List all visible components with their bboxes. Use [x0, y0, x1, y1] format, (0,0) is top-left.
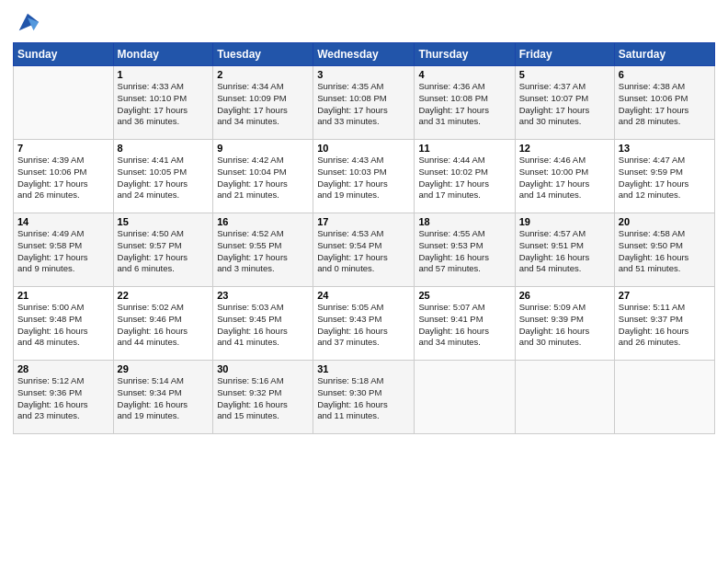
weekday-header-friday: Friday: [515, 43, 614, 66]
calendar-cell: 9Sunrise: 4:42 AMSunset: 10:04 PMDayligh…: [213, 140, 313, 213]
day-number: 9: [217, 143, 309, 154]
calendar-cell: 18Sunrise: 4:55 AMSunset: 9:53 PMDayligh…: [415, 213, 515, 287]
day-info: Sunrise: 5:16 AMSunset: 9:32 PMDaylight:…: [217, 375, 309, 422]
day-number: 24: [317, 290, 410, 301]
day-number: 2: [217, 69, 309, 80]
day-number: 23: [217, 290, 309, 301]
calendar-cell: 12Sunrise: 4:46 AMSunset: 10:00 PMDaylig…: [515, 140, 614, 213]
day-info: Sunrise: 4:39 AMSunset: 10:06 PMDaylight…: [17, 155, 109, 201]
day-number: 3: [317, 69, 410, 80]
day-number: 19: [519, 216, 610, 227]
day-info: Sunrise: 4:55 AMSunset: 9:53 PMDaylight:…: [418, 228, 510, 275]
day-info: Sunrise: 4:46 AMSunset: 10:00 PMDaylight…: [519, 155, 610, 201]
weekday-header-row: SundayMondayTuesdayWednesdayThursdayFrid…: [14, 43, 715, 66]
day-number: 4: [418, 69, 510, 80]
weekday-header-thursday: Thursday: [415, 43, 515, 66]
week-row-2: 7Sunrise: 4:39 AMSunset: 10:06 PMDayligh…: [14, 140, 715, 213]
day-number: 17: [317, 216, 410, 227]
week-row-5: 28Sunrise: 5:12 AMSunset: 9:36 PMDayligh…: [14, 361, 715, 434]
calendar-cell: 29Sunrise: 5:14 AMSunset: 9:34 PMDayligh…: [113, 361, 213, 434]
calendar-cell: 19Sunrise: 4:57 AMSunset: 9:51 PMDayligh…: [515, 213, 614, 287]
day-info: Sunrise: 4:47 AMSunset: 9:59 PMDaylight:…: [619, 155, 711, 201]
header: [13, 9, 715, 35]
calendar-cell: 5Sunrise: 4:37 AMSunset: 10:07 PMDayligh…: [515, 66, 614, 140]
calendar-cell: 31Sunrise: 5:18 AMSunset: 9:30 PMDayligh…: [313, 361, 415, 434]
calendar-cell: 2Sunrise: 4:34 AMSunset: 10:09 PMDayligh…: [213, 66, 313, 140]
day-info: Sunrise: 5:18 AMSunset: 9:30 PMDaylight:…: [317, 375, 410, 422]
day-number: 12: [519, 143, 610, 154]
calendar-cell: 15Sunrise: 4:50 AMSunset: 9:57 PMDayligh…: [113, 213, 213, 287]
calendar-cell: [614, 361, 714, 434]
day-info: Sunrise: 4:41 AMSunset: 10:05 PMDaylight…: [118, 155, 210, 201]
weekday-header-wednesday: Wednesday: [313, 43, 415, 66]
day-info: Sunrise: 4:34 AMSunset: 10:09 PMDaylight…: [217, 81, 309, 128]
day-info: Sunrise: 4:58 AMSunset: 9:50 PMDaylight:…: [619, 228, 711, 275]
day-info: Sunrise: 4:50 AMSunset: 9:57 PMDaylight:…: [118, 228, 210, 275]
day-info: Sunrise: 4:52 AMSunset: 9:55 PMDaylight:…: [217, 228, 309, 275]
calendar-cell: 21Sunrise: 5:00 AMSunset: 9:48 PMDayligh…: [14, 287, 114, 361]
week-row-4: 21Sunrise: 5:00 AMSunset: 9:48 PMDayligh…: [14, 287, 715, 361]
day-number: 13: [619, 143, 711, 154]
calendar-cell: 17Sunrise: 4:53 AMSunset: 9:54 PMDayligh…: [313, 213, 415, 287]
day-info: Sunrise: 5:05 AMSunset: 9:43 PMDaylight:…: [317, 302, 410, 349]
day-info: Sunrise: 5:02 AMSunset: 9:46 PMDaylight:…: [118, 302, 210, 349]
day-number: 8: [118, 143, 210, 154]
day-number: 1: [118, 69, 210, 80]
day-number: 18: [418, 216, 510, 227]
calendar-cell: [515, 361, 614, 434]
day-info: Sunrise: 4:42 AMSunset: 10:04 PMDaylight…: [217, 155, 309, 201]
day-number: 22: [118, 290, 210, 301]
day-number: 20: [619, 216, 711, 227]
day-number: 11: [418, 143, 510, 154]
calendar-cell: [415, 361, 515, 434]
day-info: Sunrise: 5:07 AMSunset: 9:41 PMDaylight:…: [418, 302, 510, 349]
weekday-header-monday: Monday: [113, 43, 213, 66]
day-number: 26: [519, 290, 610, 301]
day-number: 10: [317, 143, 410, 154]
day-info: Sunrise: 4:37 AMSunset: 10:07 PMDaylight…: [519, 81, 610, 128]
week-row-1: 1Sunrise: 4:33 AMSunset: 10:10 PMDayligh…: [14, 66, 715, 140]
day-info: Sunrise: 4:53 AMSunset: 9:54 PMDaylight:…: [317, 228, 410, 275]
day-number: 29: [118, 363, 210, 374]
day-number: 30: [217, 363, 309, 374]
calendar-cell: 14Sunrise: 4:49 AMSunset: 9:58 PMDayligh…: [14, 213, 114, 287]
day-info: Sunrise: 4:44 AMSunset: 10:02 PMDaylight…: [418, 155, 510, 201]
weekday-header-saturday: Saturday: [614, 43, 714, 66]
calendar-cell: 7Sunrise: 4:39 AMSunset: 10:06 PMDayligh…: [14, 140, 114, 213]
calendar-cell: [14, 66, 114, 140]
day-info: Sunrise: 4:49 AMSunset: 9:58 PMDaylight:…: [17, 228, 109, 275]
weekday-header-tuesday: Tuesday: [213, 43, 313, 66]
day-number: 16: [217, 216, 309, 227]
calendar-cell: 6Sunrise: 4:38 AMSunset: 10:06 PMDayligh…: [614, 66, 714, 140]
day-info: Sunrise: 5:09 AMSunset: 9:39 PMDaylight:…: [519, 302, 610, 349]
week-row-3: 14Sunrise: 4:49 AMSunset: 9:58 PMDayligh…: [14, 213, 715, 287]
day-number: 6: [619, 69, 711, 80]
calendar-cell: 23Sunrise: 5:03 AMSunset: 9:45 PMDayligh…: [213, 287, 313, 361]
day-info: Sunrise: 4:36 AMSunset: 10:08 PMDaylight…: [418, 81, 510, 128]
day-number: 28: [17, 363, 109, 374]
calendar-cell: 28Sunrise: 5:12 AMSunset: 9:36 PMDayligh…: [14, 361, 114, 434]
day-number: 14: [17, 216, 109, 227]
day-number: 21: [17, 290, 109, 301]
logo: [13, 9, 40, 35]
logo-icon: [15, 9, 40, 35]
calendar-cell: 25Sunrise: 5:07 AMSunset: 9:41 PMDayligh…: [415, 287, 515, 361]
calendar-table: SundayMondayTuesdayWednesdayThursdayFrid…: [13, 42, 715, 434]
calendar-cell: 10Sunrise: 4:43 AMSunset: 10:03 PMDaylig…: [313, 140, 415, 213]
day-info: Sunrise: 5:11 AMSunset: 9:37 PMDaylight:…: [619, 302, 711, 349]
calendar-cell: 24Sunrise: 5:05 AMSunset: 9:43 PMDayligh…: [313, 287, 415, 361]
calendar-cell: 3Sunrise: 4:35 AMSunset: 10:08 PMDayligh…: [313, 66, 415, 140]
calendar-cell: 27Sunrise: 5:11 AMSunset: 9:37 PMDayligh…: [614, 287, 714, 361]
calendar-cell: 26Sunrise: 5:09 AMSunset: 9:39 PMDayligh…: [515, 287, 614, 361]
day-number: 7: [17, 143, 109, 154]
calendar-cell: 22Sunrise: 5:02 AMSunset: 9:46 PMDayligh…: [113, 287, 213, 361]
day-number: 27: [619, 290, 711, 301]
day-info: Sunrise: 4:57 AMSunset: 9:51 PMDaylight:…: [519, 228, 610, 275]
day-number: 15: [118, 216, 210, 227]
calendar-cell: 1Sunrise: 4:33 AMSunset: 10:10 PMDayligh…: [113, 66, 213, 140]
calendar-cell: 11Sunrise: 4:44 AMSunset: 10:02 PMDaylig…: [415, 140, 515, 213]
calendar-cell: 13Sunrise: 4:47 AMSunset: 9:59 PMDayligh…: [614, 140, 714, 213]
day-number: 25: [418, 290, 510, 301]
day-info: Sunrise: 4:38 AMSunset: 10:06 PMDaylight…: [619, 81, 711, 128]
weekday-header-sunday: Sunday: [14, 43, 114, 66]
